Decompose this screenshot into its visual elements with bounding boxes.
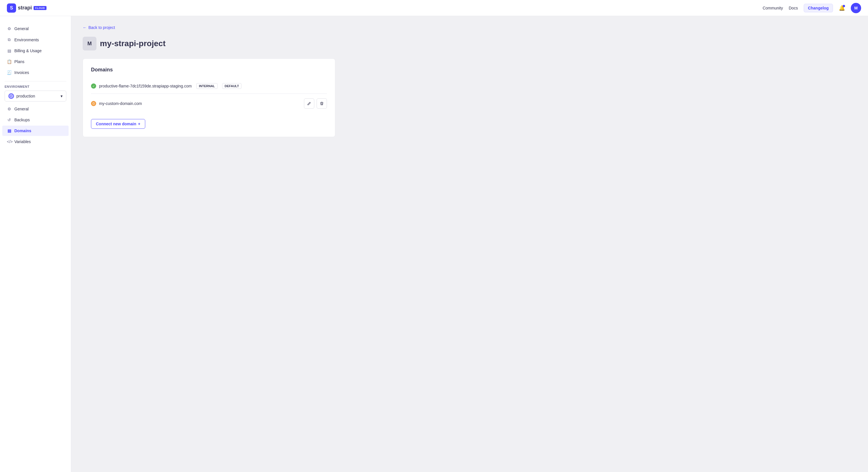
logo-icon: S [7,3,16,12]
sidebar: ⚙ General ⧉ Environments ▤ Billing & Usa… [0,16,71,472]
env-select-value: production [17,94,35,98]
chevron-down-icon: ▾ [61,94,63,98]
domains-card: Domains ✓ productive-flame-7dc1f159de.st… [83,59,335,137]
trash-icon [320,102,324,105]
back-arrow-icon: ← [83,25,87,30]
domains-icon: ▤ [7,129,11,133]
domain-name-custom: my-custom-domain.com [99,101,142,106]
sidebar-item-general[interactable]: ⚙ General [2,24,69,34]
plans-icon: 📋 [7,59,11,64]
domain-actions-custom [304,98,327,109]
cloud-badge: CLOUD [34,6,46,10]
sidebar-item-general-label: General [14,26,29,31]
plus-icon: + [138,122,141,126]
svg-point-2 [94,104,94,104]
env-select-inner: production [8,93,35,99]
delete-domain-button[interactable] [317,98,327,109]
sidebar-item-invoices-label: Invoices [14,70,29,75]
environment-selector-wrapper: production ▾ [0,91,71,102]
docs-link[interactable]: Docs [789,6,798,10]
default-badge: DEFAULT [222,83,242,89]
sidebar-item-environments[interactable]: ⧉ Environments [2,34,69,45]
internal-badge: INTERNAL [196,83,218,89]
sidebar-item-env-general[interactable]: ⚙ General [2,104,69,114]
environment-section-label: Environment [0,85,71,88]
topnav-right: Community Docs Changelog 🔔 M [763,3,861,13]
logo-text: strapi [18,5,32,11]
domain-status-pending-icon [91,101,96,106]
domains-card-title: Domains [91,67,327,73]
connect-new-domain-button[interactable]: Connect new domain + [91,119,145,129]
billing-icon: ▤ [7,48,11,53]
sidebar-item-plans-label: Plans [14,59,24,64]
sidebar-item-invoices[interactable]: 🧾 Invoices [2,67,69,78]
domain-name: productive-flame-7dc1f159de.strapiapp-st… [99,84,192,88]
env-icon [8,93,14,99]
env-general-icon: ⚙ [7,107,11,111]
project-title: my-strapi-project [100,39,166,48]
domain-left: ✓ productive-flame-7dc1f159de.strapiapp-… [91,83,241,89]
sidebar-item-plans[interactable]: 📋 Plans [2,57,69,67]
changelog-button[interactable]: Changelog [804,4,833,12]
notifications-button[interactable]: 🔔 [839,5,845,11]
sidebar-item-env-general-label: General [14,107,29,111]
sidebar-item-environments-label: Environments [14,38,39,42]
project-avatar: M [83,37,96,50]
logo-area: S strapi CLOUD [7,3,46,12]
sidebar-item-backups[interactable]: ↺ Backups [2,115,69,125]
back-to-project-link[interactable]: ← Back to project [83,25,857,30]
sidebar-item-billing[interactable]: ▤ Billing & Usage [2,45,69,56]
invoices-icon: 🧾 [7,70,11,75]
sidebar-item-domains[interactable]: ▤ Domains [2,126,69,136]
backups-icon: ↺ [7,117,11,122]
domain-row: my-custom-domain.com [91,94,327,113]
edit-icon [307,102,311,105]
project-header: M my-strapi-project [83,37,857,50]
user-avatar-button[interactable]: M [851,3,861,13]
sidebar-item-variables[interactable]: </> Variables [2,136,69,147]
edit-domain-button[interactable] [304,98,314,109]
main-content: ← Back to project M my-strapi-project Do… [71,16,868,472]
sidebar-item-backups-label: Backups [14,117,30,122]
sidebar-divider [5,81,66,81]
notification-dot [843,5,845,7]
domain-left: my-custom-domain.com [91,101,142,106]
domain-status-green-icon: ✓ [91,83,96,89]
general-icon: ⚙ [7,26,11,31]
connect-new-domain-label: Connect new domain [96,122,136,126]
strapi-logo[interactable]: S strapi CLOUD [7,3,46,12]
back-to-project-label: Back to project [88,25,115,30]
variables-icon: </> [7,139,11,144]
environments-icon: ⧉ [7,37,11,42]
sidebar-item-domains-label: Domains [14,129,31,133]
sidebar-item-billing-label: Billing & Usage [14,48,42,53]
environment-selector[interactable]: production ▾ [5,91,66,102]
page-layout: ⚙ General ⧉ Environments ▤ Billing & Usa… [0,16,868,472]
sidebar-item-variables-label: Variables [14,139,31,144]
domain-row: ✓ productive-flame-7dc1f159de.strapiapp-… [91,78,327,94]
community-link[interactable]: Community [763,6,783,10]
top-navigation: S strapi CLOUD Community Docs Changelog … [0,0,868,16]
